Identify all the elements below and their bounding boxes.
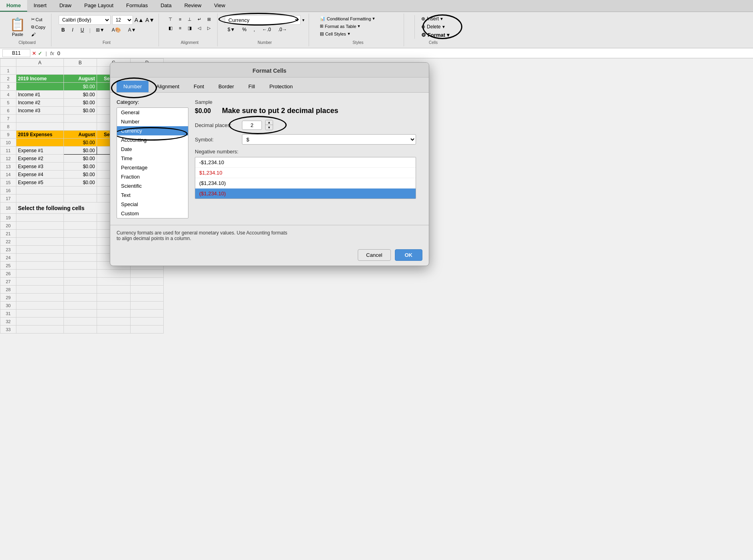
cell-d33[interactable] [130,326,163,334]
fill-color-button[interactable]: A🎨 [109,26,124,34]
cell-b6[interactable]: $0.00 [63,107,97,115]
cell-a7[interactable] [16,115,64,123]
tab-page-layout[interactable]: Page Layout [78,0,120,12]
cell-a25[interactable] [16,262,64,270]
tab-draw[interactable]: Draw [53,0,78,12]
cell-b7[interactable] [63,115,97,123]
bold-button[interactable]: B [59,26,68,34]
cell-a33[interactable] [16,326,64,334]
cell-c31[interactable] [97,310,130,318]
cell-d28[interactable] [130,286,163,294]
conditional-formatting-button[interactable]: 📊 Conditional Formatting ▾ [318,15,398,22]
neg-option-3[interactable]: ($1,234.10) [195,178,416,189]
decrease-indent-button[interactable]: ◁ [195,24,204,32]
cell-a11[interactable]: Expense #1 [16,147,64,155]
tab-protection[interactable]: Protection [263,81,300,92]
cell-d29[interactable] [130,294,163,302]
cell-a28[interactable] [16,286,64,294]
cell-b14[interactable]: $0.00 [63,171,97,179]
underline-button[interactable]: U [78,26,87,34]
decimal-down-button[interactable]: ▼ [266,125,273,130]
cell-d27[interactable] [130,278,163,286]
comma-button[interactable]: , [251,26,258,34]
align-middle-button[interactable]: ≡ [176,15,184,23]
cell-b28[interactable] [63,286,97,294]
cell-a19[interactable] [16,214,64,222]
cell-b30[interactable] [63,302,97,310]
insert-cells-button[interactable]: ⊕ Insert ▾ [419,15,452,22]
tab-alignment[interactable]: Alignment [149,81,186,92]
cell-c28[interactable] [97,286,130,294]
formula-input[interactable]: 0 [56,50,751,57]
cell-b8[interactable] [63,123,97,131]
cell-a22[interactable] [16,238,64,246]
category-fraction[interactable]: Fraction [117,172,188,181]
category-text[interactable]: Text [117,191,188,200]
col-header-a[interactable]: A [16,59,64,67]
cell-styles-button[interactable]: ▤ Cell Styles ▾ [318,30,398,37]
cell-b5[interactable]: $0.00 [63,99,97,107]
category-special[interactable]: Special [117,200,188,209]
tab-insert[interactable]: Insert [27,0,53,12]
cell-c33[interactable] [97,326,130,334]
confirm-formula-icon[interactable]: ✓ [38,50,42,56]
tab-fill[interactable]: Fill [242,81,262,92]
tab-data[interactable]: Data [154,0,178,12]
cell-b10[interactable]: $0.00 [63,139,97,147]
align-left-button[interactable]: ◧ [166,24,175,32]
cell-a4[interactable]: Income #1 [16,91,64,99]
tab-formulas[interactable]: Formulas [120,0,154,12]
cell-d26[interactable] [130,270,163,278]
cell-d30[interactable] [130,302,163,310]
format-as-table-button[interactable]: ⊞ Format as Table ▾ [318,23,398,30]
increase-font-button[interactable]: A▲ [135,17,144,23]
dollar-button[interactable]: $▼ [225,26,238,34]
cell-d31[interactable] [130,310,163,318]
category-general[interactable]: General [117,108,188,117]
increase-decimal-button[interactable]: .0→ [275,26,290,34]
category-time[interactable]: Time [117,154,188,163]
cell-b21[interactable] [63,230,97,238]
cell-b1[interactable] [63,67,97,75]
cell-b15[interactable]: $0.00 [63,179,97,187]
category-date[interactable]: Date [117,145,188,154]
decimal-places-input[interactable]: 2 [242,121,262,130]
cut-button[interactable]: ✂Cut [30,16,47,23]
currency-dropdown[interactable]: Currency [225,15,301,25]
tab-font[interactable]: Font [187,81,211,92]
cell-b20[interactable] [63,222,97,230]
cell-a27[interactable] [16,278,64,286]
font-name-select[interactable]: Calibri (Body) [59,15,111,25]
tab-number[interactable]: Number [117,81,149,92]
neg-option-4[interactable]: ($1,234.10) [195,189,416,199]
cell-a23[interactable] [16,246,64,254]
category-number[interactable]: Number [117,117,188,126]
align-right-button[interactable]: ◨ [185,24,194,32]
cell-b22[interactable] [63,238,97,246]
percent-button[interactable]: % [240,26,250,34]
category-currency[interactable]: Currency [117,126,188,135]
cell-b17[interactable] [63,195,97,203]
cell-a32[interactable] [16,318,64,326]
cell-b9[interactable]: August [63,131,97,139]
font-size-select[interactable]: 12 [112,15,133,25]
cell-b32[interactable] [63,318,97,326]
cell-name-input[interactable]: B11 [2,49,30,57]
cell-b25[interactable] [63,262,97,270]
cell-b29[interactable] [63,294,97,302]
cell-a16[interactable] [16,187,64,195]
format-cells-button[interactable]: ⚙ Format ▾ [419,31,452,39]
paste-button[interactable]: 📋 Paste [7,15,28,38]
cell-a29[interactable] [16,294,64,302]
cell-c27[interactable] [97,278,130,286]
cell-b16[interactable] [63,187,97,195]
tab-view[interactable]: View [208,0,232,12]
decimal-up-button[interactable]: ▲ [266,120,273,125]
cell-a17[interactable] [16,195,64,203]
cell-a8[interactable] [16,123,64,131]
cell-a10[interactable] [16,139,64,147]
cell-a5[interactable]: Income #2 [16,99,64,107]
category-percentage[interactable]: Percentage [117,163,188,172]
category-accounting[interactable]: Accounting [117,135,188,145]
tab-home[interactable]: Home [0,0,27,12]
